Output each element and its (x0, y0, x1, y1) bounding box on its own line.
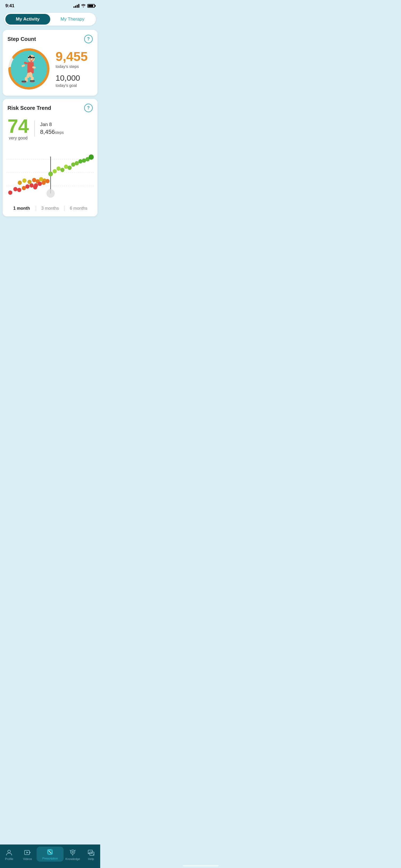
risk-score-left: 74 very good (7, 117, 29, 141)
tab-my-activity[interactable]: My Activity (5, 14, 50, 25)
tab-my-therapy[interactable]: My Therapy (50, 14, 95, 25)
step-count-header: Step Count ? (7, 35, 93, 43)
risk-date-info: Jan 8 8,456steps (40, 122, 93, 135)
risk-steps: 8,456steps (40, 128, 93, 135)
risk-score-summary: 74 very good Jan 8 8,456steps (7, 117, 93, 145)
step-count-value: 9,455 (56, 50, 93, 63)
svg-rect-6 (24, 61, 28, 64)
svg-point-44 (38, 182, 42, 186)
svg-point-33 (25, 184, 29, 189)
svg-point-58 (89, 154, 94, 160)
risk-date: Jan 8 (40, 122, 93, 127)
svg-point-31 (17, 188, 21, 192)
svg-point-23 (30, 60, 32, 62)
risk-chart (6, 151, 94, 199)
svg-point-50 (60, 168, 64, 172)
step-info: 9,455 today's steps 10,000 today's goal (56, 50, 93, 88)
svg-point-53 (71, 162, 75, 167)
risk-score-header: Risk Score Trend ? (7, 104, 93, 112)
time-6months[interactable]: 6 months (64, 206, 93, 211)
step-count-title: Step Count (7, 36, 36, 42)
svg-rect-16 (22, 81, 26, 82)
runner-illustration (11, 51, 47, 87)
battery-icon (87, 4, 95, 8)
risk-score-value: 74 (7, 117, 29, 136)
status-icons (73, 4, 95, 8)
step-count-content: 9,455 today's steps 10,000 today's goal (7, 48, 93, 90)
status-time: 9:41 (5, 3, 14, 8)
risk-steps-value: 8,456 (40, 128, 55, 135)
svg-point-47 (48, 172, 53, 176)
risk-score-title: Risk Score Trend (7, 105, 51, 111)
svg-point-54 (75, 161, 79, 165)
svg-point-46 (45, 179, 50, 183)
svg-point-30 (13, 187, 18, 191)
svg-point-55 (78, 159, 82, 163)
time-3months[interactable]: 3 months (36, 206, 64, 211)
time-1month[interactable]: 1 month (7, 206, 36, 211)
step-count-help-button[interactable]: ? (84, 35, 93, 43)
svg-point-28 (47, 189, 55, 198)
time-selector: 1 month 3 months 6 months (7, 204, 93, 211)
svg-rect-3 (28, 57, 35, 58)
svg-rect-18 (30, 80, 35, 82)
svg-point-32 (22, 186, 26, 190)
svg-point-48 (53, 169, 57, 174)
svg-point-43 (34, 183, 38, 188)
svg-point-36 (18, 181, 22, 185)
svg-point-22 (33, 59, 34, 60)
step-circle (7, 48, 50, 90)
risk-score-card: Risk Score Trend ? 74 very good Jan 8 8,… (3, 99, 97, 216)
todays-steps-label: today's steps (56, 64, 93, 69)
todays-goal-label: today's goal (56, 83, 93, 88)
tab-toggle: My Activity My Therapy (4, 13, 96, 26)
svg-point-51 (64, 164, 68, 169)
status-bar: 9:41 (0, 0, 100, 11)
svg-point-21 (30, 59, 31, 60)
svg-point-39 (32, 178, 36, 182)
goal-value: 10,000 (56, 73, 93, 83)
signal-icon (73, 4, 79, 8)
risk-score-quality: very good (7, 136, 29, 141)
svg-rect-7 (21, 64, 25, 67)
step-count-card: Step Count ? (3, 30, 97, 96)
svg-point-52 (68, 166, 71, 170)
risk-score-divider (34, 121, 35, 136)
risk-steps-unit: steps (55, 130, 64, 135)
svg-point-29 (8, 190, 12, 195)
svg-point-38 (28, 180, 32, 184)
svg-point-49 (57, 166, 61, 171)
svg-point-56 (82, 158, 86, 163)
svg-point-45 (42, 181, 46, 185)
svg-point-37 (23, 179, 26, 183)
wifi-icon (81, 4, 86, 8)
risk-score-help-button[interactable]: ? (84, 104, 93, 112)
